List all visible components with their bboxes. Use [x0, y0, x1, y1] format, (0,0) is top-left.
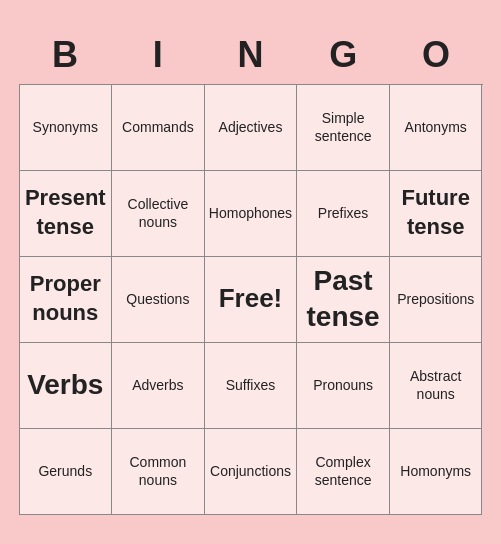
- bingo-cell: Adjectives: [205, 85, 298, 171]
- bingo-cell: Conjunctions: [205, 429, 298, 515]
- bingo-letter: O: [390, 30, 483, 80]
- bingo-cell: Commands: [112, 85, 205, 171]
- bingo-card: BINGO SynonymsCommandsAdjectivesSimple s…: [11, 22, 491, 523]
- bingo-cell: Simple sentence: [297, 85, 390, 171]
- bingo-letter: I: [111, 30, 204, 80]
- bingo-cell: Verbs: [20, 343, 113, 429]
- bingo-cell: Homophones: [205, 171, 298, 257]
- bingo-cell: Past tense: [297, 257, 390, 343]
- bingo-grid: SynonymsCommandsAdjectivesSimple sentenc…: [19, 84, 483, 515]
- bingo-letter: G: [297, 30, 390, 80]
- bingo-cell: Complex sentence: [297, 429, 390, 515]
- bingo-cell: Gerunds: [20, 429, 113, 515]
- bingo-cell: Abstract nouns: [390, 343, 483, 429]
- bingo-cell: Collective nouns: [112, 171, 205, 257]
- bingo-cell: Synonyms: [20, 85, 113, 171]
- bingo-cell: Pronouns: [297, 343, 390, 429]
- bingo-letter: B: [19, 30, 112, 80]
- bingo-cell: Future tense: [390, 171, 483, 257]
- bingo-cell: Antonyms: [390, 85, 483, 171]
- bingo-letter: N: [204, 30, 297, 80]
- bingo-cell: Prepositions: [390, 257, 483, 343]
- bingo-cell: Common nouns: [112, 429, 205, 515]
- bingo-cell: Proper nouns: [20, 257, 113, 343]
- bingo-cell: Questions: [112, 257, 205, 343]
- bingo-cell: Present tense: [20, 171, 113, 257]
- bingo-cell: Prefixes: [297, 171, 390, 257]
- bingo-header: BINGO: [19, 30, 483, 80]
- bingo-cell: Adverbs: [112, 343, 205, 429]
- bingo-cell: Homonyms: [390, 429, 483, 515]
- bingo-cell: Free!: [205, 257, 298, 343]
- bingo-cell: Suffixes: [205, 343, 298, 429]
